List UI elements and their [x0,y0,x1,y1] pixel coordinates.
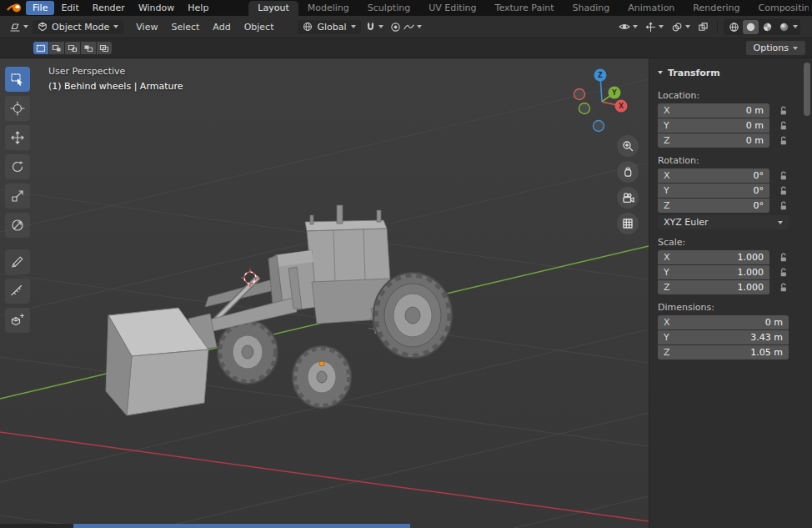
dimensions-y-field[interactable]: Y 3.43 m [658,330,789,344]
dimensions-x-field[interactable]: X 0 m [658,315,789,329]
cursor-tool[interactable] [5,96,30,121]
add-cube-tool[interactable] [5,308,30,333]
options-button[interactable]: Options [746,41,805,55]
select-mode-intersect-button[interactable] [97,42,112,54]
viewport-menus: View Select Add Object [130,20,279,34]
toggle-ortho-button[interactable] [617,213,639,234]
topbar: File Edit Render Window Help Layout Mode… [0,0,812,16]
tab-animation[interactable]: Animation [619,1,684,16]
mode-dropdown[interactable]: Object Mode [33,20,123,34]
navigation-gizmo[interactable]: Z Y X [570,62,639,138]
rotation-mode-dropdown[interactable]: XYZ Euler [658,215,789,229]
lock-location-z-button[interactable] [777,135,789,146]
unlock-icon [778,120,789,131]
rotation-x-field[interactable]: X 0° [658,168,769,183]
overlays-icon [671,22,683,33]
dimensions-z-field[interactable]: Z 1.05 m [658,345,789,360]
tab-sculpting[interactable]: Sculpting [358,1,419,16]
select-mode-new-button[interactable] [33,42,48,54]
zoom-button[interactable] [617,135,639,157]
menu-window[interactable]: Window [132,1,181,15]
gizmo-minus-x-ball[interactable] [574,89,585,100]
scene-canvas[interactable] [0,58,649,528]
menu-help[interactable]: Help [181,1,215,15]
select-mode-invert-button[interactable] [81,42,96,54]
shading-rendered-button[interactable] [776,20,792,34]
lock-scale-x-button[interactable] [777,252,789,263]
tab-shading[interactable]: Shading [564,1,619,16]
show-overlays-button[interactable] [669,20,693,34]
scrollbar-thumb[interactable] [804,63,810,116]
lock-location-y-button[interactable] [777,120,789,131]
menu-view[interactable]: View [130,20,163,34]
proportional-editing-button[interactable] [388,20,424,34]
lock-scale-y-button[interactable] [777,267,789,278]
gizmo-y-label: Y [611,89,617,97]
tab-rendering[interactable]: Rendering [684,1,749,16]
blender-logo-icon[interactable] [6,3,23,14]
select-mode-subtract-button[interactable] [65,42,80,54]
scale-z-field[interactable]: Z 1.000 [658,280,769,294]
shading-material-button[interactable] [759,20,775,34]
select-mode-extend-button[interactable] [49,42,64,54]
tab-modeling[interactable]: Modeling [298,1,358,16]
select-extend-icon [52,44,62,53]
chevron-down-icon [778,221,783,224]
camera-view-button[interactable] [617,187,639,209]
lock-scale-z-button[interactable] [777,282,789,293]
sidebar-scrollbar[interactable] [804,63,810,524]
location-x-field[interactable]: X 0 m [658,103,769,118]
scale-label: Scale: [658,237,789,248]
menu-file[interactable]: File [26,1,54,15]
show-visibility-button[interactable] [616,20,640,33]
scale-tool[interactable] [5,184,30,209]
toggle-xray-button[interactable] [695,20,711,34]
viewport-3d[interactable]: User Perspective (1) Behind wheels | Arm… [0,58,649,528]
scale-y-field[interactable]: Y 1.000 [658,265,769,279]
field-value: 0 m [746,105,764,116]
rotation-z-field[interactable]: Z 0° [658,199,769,213]
menu-select[interactable]: Select [165,20,205,34]
menu-object[interactable]: Object [238,20,280,34]
select-box-tool[interactable] [5,67,30,92]
field-value: 1.000 [738,282,764,293]
gizmo-minus-z-ball[interactable] [594,121,604,132]
location-y-field[interactable]: Y 0 m [658,118,769,133]
editor-type-button[interactable] [7,19,31,34]
tab-texture-paint[interactable]: Texture Paint [486,1,564,16]
lock-location-x-button[interactable] [777,105,789,116]
transform-tool[interactable] [5,213,30,238]
gizmo-minus-y-ball[interactable] [579,103,590,114]
annotate-pen-icon [10,254,25,269]
shading-solid-button[interactable] [743,20,759,34]
chevron-down-icon [793,25,798,28]
menu-render[interactable]: Render [86,1,132,15]
measure-tool[interactable] [5,279,30,304]
mode-label: Object Mode [52,22,109,33]
annotate-tool[interactable] [5,249,30,274]
lock-rotation-x-button[interactable] [777,170,789,181]
chevron-down-icon [793,47,798,50]
transform-panel-header[interactable]: Transform [658,63,789,83]
tab-compositing[interactable]: Compositing [749,1,809,16]
menu-add[interactable]: Add [207,20,236,34]
timeline-header-strip [73,524,410,528]
scale-x-field[interactable]: X 1.000 [658,250,769,264]
pan-button[interactable] [617,161,639,183]
shading-mode-group [724,19,800,35]
tab-uv-editing[interactable]: UV Editing [419,1,485,16]
show-gizmo-button[interactable] [643,20,666,34]
unlock-icon [778,185,789,196]
menu-edit[interactable]: Edit [54,1,85,15]
transform-orientation-dropdown[interactable]: Global [298,20,360,34]
location-z-field[interactable]: Z 0 m [658,133,769,148]
lock-rotation-z-button[interactable] [777,200,789,211]
tractor-model[interactable] [106,205,452,415]
move-tool[interactable] [5,125,30,150]
lock-rotation-y-button[interactable] [777,185,789,196]
rotate-tool[interactable] [5,154,30,179]
tab-layout[interactable]: Layout [248,1,298,16]
rotation-y-field[interactable]: Y 0° [658,184,769,198]
shading-wireframe-button[interactable] [726,20,742,34]
snap-toggle-button[interactable] [363,20,386,34]
